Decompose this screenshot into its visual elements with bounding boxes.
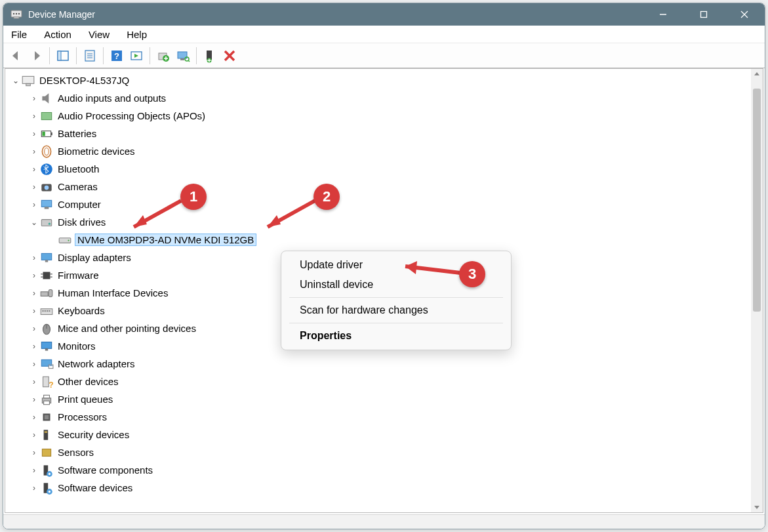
category-label: Network adapters <box>56 358 136 369</box>
expand-icon[interactable]: › <box>29 483 39 493</box>
expand-icon[interactable]: › <box>29 253 39 262</box>
category-icon <box>39 92 54 105</box>
expand-icon[interactable]: › <box>29 413 39 422</box>
svg-rect-29 <box>26 83 31 85</box>
menu-file[interactable]: File <box>7 28 31 41</box>
uninstall-device-button[interactable] <box>220 47 239 65</box>
svg-rect-40 <box>45 207 49 209</box>
svg-rect-56 <box>45 310 46 311</box>
title-bar[interactable]: Device Manager <box>3 3 765 26</box>
svg-rect-69 <box>44 395 50 398</box>
show-hide-tree-button[interactable] <box>54 47 72 65</box>
expand-icon[interactable]: › <box>29 94 39 103</box>
svg-rect-52 <box>41 291 48 296</box>
tree-category[interactable]: ›Audio Processing Objects (APOs) <box>10 107 751 125</box>
action-toolbar-button[interactable] <box>127 47 146 65</box>
expand-icon[interactable]: › <box>29 147 39 156</box>
tree-category[interactable]: ›Biometric devices <box>10 142 751 160</box>
update-driver-button[interactable] <box>154 47 172 65</box>
category-label: Human Interface Devices <box>56 287 169 298</box>
menu-bar: File Action View Help <box>3 26 765 43</box>
expand-icon[interactable]: › <box>29 324 39 333</box>
close-button[interactable] <box>724 3 765 26</box>
back-button[interactable] <box>7 47 26 65</box>
category-icon <box>39 446 54 459</box>
tree-category[interactable]: ›Bluetooth <box>10 160 751 178</box>
ctx-scan-hardware[interactable]: Scan for hardware changes <box>281 300 511 320</box>
svg-rect-61 <box>41 342 51 348</box>
tree-category[interactable]: ›Software devices <box>10 479 751 497</box>
category-label: Computer <box>56 199 102 210</box>
tree-category[interactable]: ›Network adapters <box>10 355 751 373</box>
tree-category[interactable]: ›Security devices <box>10 426 751 443</box>
svg-marker-87 <box>405 261 417 274</box>
expand-icon[interactable]: › <box>29 289 39 298</box>
expand-icon[interactable]: › <box>29 395 39 404</box>
svg-rect-54 <box>41 308 52 314</box>
ctx-properties[interactable]: Properties <box>281 326 511 346</box>
expand-icon[interactable]: › <box>29 271 39 280</box>
scrollbar-thumb[interactable] <box>753 89 761 312</box>
category-icon <box>39 110 54 123</box>
svg-rect-62 <box>45 348 48 350</box>
svg-rect-53 <box>49 289 52 297</box>
svg-point-81 <box>49 490 51 492</box>
expand-icon[interactable]: ⌄ <box>29 218 39 227</box>
svg-point-2 <box>13 13 14 14</box>
tree-category[interactable]: ›Audio inputs and outputs <box>10 89 751 107</box>
expand-icon[interactable]: › <box>29 342 39 351</box>
category-icon <box>39 464 54 477</box>
category-icon <box>39 287 54 300</box>
tree-category[interactable]: ›Processors <box>10 408 751 426</box>
expand-icon[interactable]: › <box>29 182 39 192</box>
expand-icon[interactable]: › <box>29 112 39 121</box>
tree-category[interactable]: ›Sensors <box>10 443 751 461</box>
menu-action[interactable]: Action <box>40 28 75 41</box>
category-label: Bluetooth <box>56 163 100 174</box>
tree-category[interactable]: ›?Other devices <box>10 373 751 390</box>
expand-icon[interactable]: › <box>29 448 39 457</box>
vertical-scrollbar[interactable] <box>751 69 763 512</box>
tree-device[interactable]: NVMe OM3PDP3-AD NVMe KDI 512GB <box>10 231 751 249</box>
svg-text:?: ? <box>49 380 53 388</box>
tree-root[interactable]: ⌄DESKTOP-4L537JQ <box>10 72 751 89</box>
expand-icon[interactable]: › <box>29 165 39 174</box>
svg-line-23 <box>188 60 190 62</box>
scan-hardware-button[interactable] <box>174 47 192 65</box>
expand-icon[interactable]: › <box>29 129 39 138</box>
category-label: Security devices <box>56 429 131 440</box>
svg-rect-33 <box>42 131 45 136</box>
svg-point-78 <box>49 472 51 474</box>
maximize-button[interactable] <box>683 3 724 26</box>
category-icon <box>39 411 54 424</box>
category-label: Audio Processing Objects (APOs) <box>56 110 207 121</box>
enable-device-button[interactable] <box>201 47 219 65</box>
expand-icon[interactable]: › <box>29 377 39 386</box>
svg-point-42 <box>49 222 51 224</box>
expand-icon[interactable]: › <box>29 359 39 369</box>
forward-button[interactable] <box>27 47 45 65</box>
category-label: Monitors <box>56 340 97 352</box>
annotation-badge-2: 2 <box>313 184 340 210</box>
tree-category[interactable]: ›Print queues <box>10 390 751 408</box>
ctx-separator <box>289 323 503 323</box>
expand-icon[interactable]: › <box>29 466 39 475</box>
tree-category[interactable]: ›Batteries <box>10 125 751 142</box>
menu-help[interactable]: Help <box>123 28 151 41</box>
category-icon: ? <box>39 375 54 388</box>
menu-view[interactable]: View <box>85 28 113 41</box>
svg-rect-28 <box>22 76 34 83</box>
category-icon <box>39 340 54 353</box>
tree-category[interactable]: ›Cameras <box>10 178 751 195</box>
help-button[interactable]: ? <box>108 47 126 65</box>
minimize-button[interactable] <box>643 3 683 26</box>
properties-button[interactable] <box>81 47 99 65</box>
svg-point-38 <box>45 185 49 190</box>
expand-icon[interactable]: › <box>29 430 39 440</box>
annotation-arrow-1 <box>121 197 186 234</box>
tree-category[interactable]: ›Software components <box>10 461 751 479</box>
category-icon <box>39 163 54 176</box>
svg-rect-57 <box>47 310 48 311</box>
expand-icon[interactable]: › <box>29 306 39 316</box>
expand-icon[interactable]: › <box>29 200 39 209</box>
